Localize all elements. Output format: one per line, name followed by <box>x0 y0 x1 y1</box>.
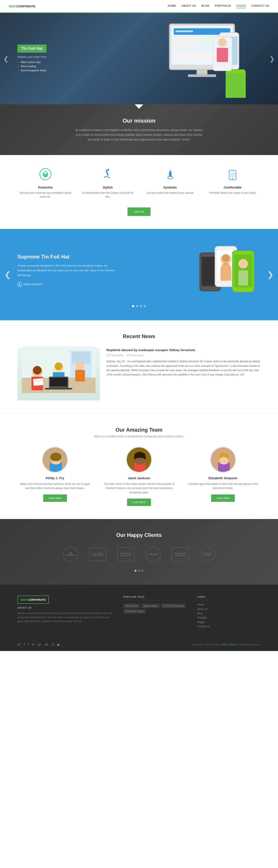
client-woodman: THEWOODMAN <box>63 547 78 563</box>
footer-link-home[interactable]: Home <box>198 603 260 606</box>
news-meta: 9 June 2016 0 Comments <box>106 354 260 356</box>
social-twitter-icon[interactable]: t <box>28 643 29 647</box>
philip-name: Philip J. Fry <box>18 476 93 480</box>
hero-section: ❮ Tin Foil Hat Shields your brain from: … <box>0 13 278 104</box>
ironmonkey2-badge: IronmonkeySTEELWORKS <box>172 547 189 561</box>
client-ironmonkey1: IronmonkeySTEELWORKS <box>117 547 135 563</box>
janet-illustration <box>127 447 152 473</box>
svg-point-19 <box>44 172 47 174</box>
client-mahogany: MAHOGANYTrading <box>200 547 215 563</box>
nav-home[interactable]: HOME <box>168 4 176 8</box>
footer-links-col: LINKS Home About us Blog Portfolio Pages… <box>198 595 260 629</box>
social-rss-icon[interactable]: ☍ <box>18 643 21 647</box>
clients-dot-2[interactable] <box>138 570 140 571</box>
carousel-arrow-left[interactable]: ❮ <box>4 270 11 279</box>
footer-link-about[interactable]: About us <box>198 608 260 611</box>
social-vimeo-icon[interactable]: ▶ <box>57 643 60 647</box>
svg-rect-24 <box>169 172 172 177</box>
carousel-dot-1[interactable] <box>132 305 134 307</box>
svg-rect-8 <box>197 69 207 75</box>
elizabeth-illustration <box>211 447 236 473</box>
team-member-elizabeth: Elizabeth Simpson A double agent that ke… <box>185 446 260 506</box>
team-subtitle: Meet our excellent team of professional … <box>18 435 260 438</box>
clients-logos: THEWOODMAN YELLOWOAKBarrelmakers Ironmon… <box>18 547 260 563</box>
footer-top: NEW CORPORATE ABOUT US We are a small te… <box>18 595 260 629</box>
social-icons: ☍ f t in g+ vk ☷ ▶ <box>18 643 60 647</box>
client-ironmonkey2: IronmonkeySTEELWORKS <box>172 547 189 563</box>
svg-rect-54 <box>33 378 43 386</box>
svg-rect-9 <box>188 74 216 77</box>
social-linkedin-icon[interactable]: in <box>32 643 35 647</box>
nav-about[interactable]: ABOUT US <box>181 4 196 8</box>
nav-contact[interactable]: CONTACT US <box>251 4 269 8</box>
svg-rect-17 <box>217 48 228 62</box>
social-googleplus-icon[interactable]: g+ <box>38 643 41 647</box>
feature-symbolic: Symbolic Lets you notice the kindred sou… <box>142 168 198 199</box>
footer-tag-4[interactable]: Conspiracy Theory <box>124 609 146 613</box>
phones-illustration <box>196 242 260 303</box>
carousel-arrow-right[interactable]: ❯ <box>267 270 274 279</box>
carousel-link[interactable]: ▶ VIEW PROJECT <box>18 282 115 287</box>
svg-point-23 <box>104 176 106 178</box>
team-section-title: Our Amazing Team <box>18 427 260 433</box>
svg-rect-27 <box>230 172 235 177</box>
hero-arrow-right[interactable]: ❯ <box>269 55 275 63</box>
woodman-badge: THEWOODMAN <box>63 547 78 562</box>
client-luncheon: LUNCHEON <box>145 547 161 563</box>
footer-tag-1[interactable]: Mind Control <box>124 604 140 608</box>
footer-links-title: LINKS <box>198 595 260 600</box>
svg-point-37 <box>239 259 248 269</box>
carousel-dot-3[interactable] <box>140 305 142 307</box>
comfortable-desc: Perfectly follows the shape of your head… <box>205 191 261 195</box>
nav-blog[interactable]: BLOG <box>201 4 209 8</box>
footer-theme-link[interactable]: ADG solutions <box>222 643 238 646</box>
clients-dot-3[interactable] <box>142 570 143 571</box>
hero-feature-3: Electromagnetic fields <box>18 69 47 72</box>
svg-rect-3 <box>175 30 193 32</box>
svg-rect-4 <box>174 36 200 50</box>
news-grid: Reptiloid abused by zookeeper escapes Si… <box>18 348 260 400</box>
social-instagram-icon[interactable]: ☷ <box>51 643 54 647</box>
footer-tag-3[interactable]: Tin Foil Hat Solutions <box>161 604 186 608</box>
view-all-button[interactable]: View All <box>128 208 150 216</box>
carousel-desc: A posh accessory designed in the Soho la… <box>18 263 115 278</box>
feature-protective: Protective Secures your mind the way med… <box>18 168 73 199</box>
team-member-janet: Janet Jackson The brain centre of the wh… <box>101 446 177 506</box>
svg-rect-51 <box>45 388 72 390</box>
footer-tag-2[interactable]: Space Lizards <box>142 604 159 608</box>
hero-arrow-left[interactable]: ❮ <box>3 55 9 63</box>
features-grid: Protective Secures your mind the way med… <box>18 168 260 199</box>
philip-learn-more-button[interactable]: Learn More <box>43 494 67 502</box>
symbolic-icon <box>142 168 198 183</box>
footer-tags-col: POPULAR TAGS Mind Control Space Lizards … <box>123 595 186 629</box>
elizabeth-learn-more-button[interactable]: Learn More <box>211 494 235 502</box>
footer-link-portfolio[interactable]: Portfolio <box>198 616 260 619</box>
mission-section: Our mission As a global conspiracy inves… <box>0 104 278 155</box>
clients-dot-1[interactable] <box>135 570 136 571</box>
team-section: Our Amazing Team Meet our excellent team… <box>0 414 278 519</box>
logo-new: NEW <box>9 5 16 8</box>
footer-link-pages[interactable]: Pages <box>198 621 260 624</box>
footer-link-contact[interactable]: Contact us <box>198 625 260 628</box>
carousel-dot-2[interactable] <box>136 305 138 307</box>
stylish-title: Stylish <box>80 186 136 189</box>
nav-portfolio[interactable]: PORTFOLIO <box>215 4 231 8</box>
news-comments: 0 Comments <box>127 354 143 356</box>
stylish-desc: So fashionable even the Queen would kill… <box>80 191 136 199</box>
luncheon-badge: LUNCHEON <box>145 547 161 562</box>
janet-learn-more-button[interactable]: Learn More <box>127 499 151 506</box>
mahogany-badge: MAHOGANYTrading <box>200 547 215 562</box>
features-section: Protective Secures your mind the way med… <box>0 155 278 229</box>
svg-point-69 <box>136 461 144 464</box>
footer-link-blog[interactable]: Blog <box>198 612 260 615</box>
social-facebook-icon[interactable]: f <box>24 643 25 647</box>
logo[interactable]: NEWCORPORATE <box>9 5 35 8</box>
news-body: Sydney, July 29 – An unemployed alien re… <box>106 359 260 377</box>
nav-pages[interactable]: PAGES <box>237 4 246 8</box>
svg-point-73 <box>220 461 228 464</box>
svg-rect-38 <box>239 270 248 285</box>
social-vk-icon[interactable]: vk <box>45 643 48 647</box>
clients-title: Our Happy Clients <box>18 532 260 538</box>
carousel-text: Supreme Tin Foil Hat A posh accessory de… <box>18 254 115 287</box>
carousel-dot-4[interactable] <box>144 305 146 307</box>
